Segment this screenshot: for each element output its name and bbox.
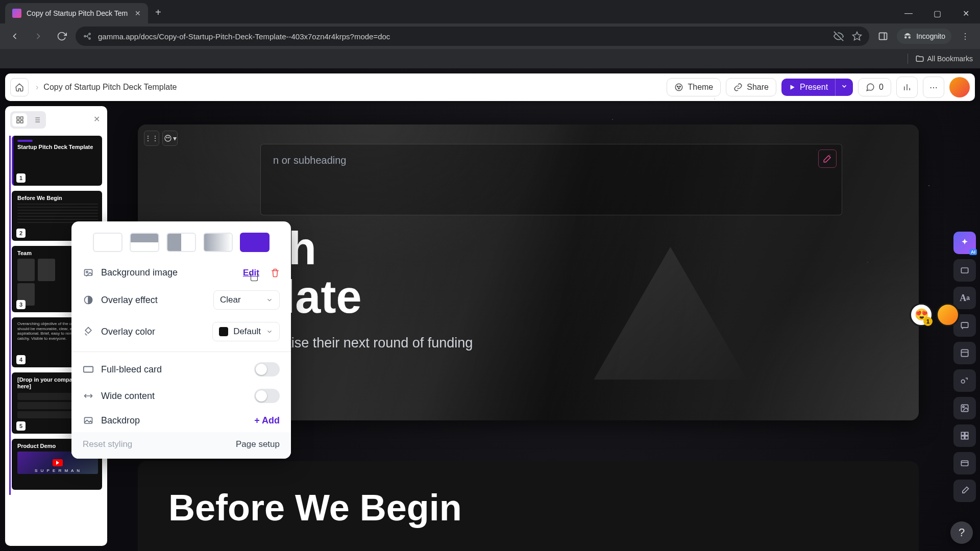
overlay-color-value: Default [233, 327, 261, 337]
reset-styling-button[interactable]: Reset styling [83, 439, 132, 449]
more-menu-button[interactable]: ⋯ [923, 77, 944, 98]
bg-option-fade[interactable] [203, 233, 233, 252]
layout-tool-button[interactable] [953, 342, 976, 364]
card-style-button[interactable]: ▾ [162, 131, 178, 146]
delete-background-icon[interactable] [271, 268, 280, 278]
all-bookmarks-folder[interactable]: All Bookmarks [915, 54, 973, 63]
backdrop-icon [83, 416, 94, 426]
breadcrumb[interactable]: › Copy of Startup Pitch Deck Template [32, 83, 181, 92]
svg-rect-41 [85, 417, 92, 423]
svg-rect-13 [17, 120, 19, 123]
side-panel-icon[interactable] [873, 27, 893, 46]
svg-rect-31 [965, 436, 968, 439]
home-button[interactable] [10, 78, 29, 96]
thumbnail-number: 2 [16, 229, 26, 238]
thumbnail-panel-close-icon[interactable]: ✕ [93, 114, 100, 124]
svg-marker-4 [853, 32, 862, 40]
svg-rect-30 [961, 436, 964, 439]
theme-label: Theme [688, 83, 713, 92]
comments-button[interactable]: 0 [858, 78, 891, 96]
thumbnail-number: 5 [16, 421, 26, 431]
full-bleed-label: Full-bleed card [101, 364, 247, 375]
image-icon [83, 268, 94, 278]
incognito-badge[interactable]: Incognito [897, 29, 951, 44]
slide-thumbnail-1[interactable]: Startup Pitch Deck Template 1 [12, 136, 102, 186]
user-avatar[interactable] [949, 77, 970, 97]
analytics-button[interactable] [896, 77, 918, 98]
add-backdrop-link[interactable]: + Add [254, 415, 280, 426]
presence-reaction[interactable]: 😍1 [910, 303, 933, 327]
svg-point-9 [680, 86, 681, 87]
nav-forward-icon[interactable] [29, 27, 48, 46]
shapes-tool-button[interactable] [953, 369, 976, 392]
svg-rect-28 [961, 432, 964, 435]
ai-tool-button[interactable]: AI [953, 232, 976, 254]
browser-menu-icon[interactable]: ⋮ [955, 27, 975, 46]
thumbnail-grid-tab[interactable] [12, 113, 27, 127]
browser-tab-bar: Copy of Startup Pitch Deck Tem ✕ + — ▢ ✕ [0, 0, 980, 23]
window-close-icon[interactable]: ✕ [951, 3, 980, 23]
background-layout-options [71, 231, 291, 261]
nav-back-icon[interactable] [5, 27, 24, 46]
site-settings-icon[interactable] [83, 32, 92, 41]
card-2-title[interactable]: Before We Begin [168, 487, 888, 529]
contrast-icon [83, 295, 94, 305]
svg-rect-11 [17, 117, 19, 119]
incognito-label: Incognito [916, 32, 945, 40]
eye-off-icon[interactable] [834, 31, 844, 41]
edit-background-link[interactable]: Edit [243, 268, 259, 278]
subheading-input[interactable]: n or subheading [260, 144, 842, 215]
bookmark-star-icon[interactable] [852, 31, 862, 41]
overlay-effect-select[interactable]: Clear [213, 290, 280, 310]
page-setup-button[interactable]: Page setup [236, 439, 280, 449]
right-tool-rail: AI Aa [953, 232, 976, 502]
bg-option-left[interactable] [166, 233, 196, 252]
svg-rect-14 [20, 120, 23, 123]
overlay-color-select[interactable]: Default [212, 322, 280, 341]
wide-icon [83, 391, 94, 401]
full-bleed-icon [83, 365, 94, 373]
card-style-popover: Background image Edit Overlay effect Cle… [71, 221, 291, 459]
presence-user-avatar[interactable] [936, 303, 960, 327]
svg-point-38 [86, 271, 88, 272]
svg-point-35 [166, 137, 167, 138]
window-maximize-icon[interactable]: ▢ [923, 3, 951, 23]
bg-option-top[interactable] [130, 233, 159, 252]
full-bleed-toggle[interactable] [254, 362, 280, 377]
svg-rect-26 [961, 405, 968, 411]
svg-rect-29 [965, 432, 968, 435]
subheading-placeholder: n or subheading [273, 155, 346, 166]
window-minimize-icon[interactable]: — [894, 3, 923, 23]
help-button[interactable]: ? [950, 521, 973, 544]
new-tab-button[interactable]: + [148, 2, 168, 23]
svg-point-27 [963, 406, 964, 408]
presence-avatars: 😍1 [910, 303, 960, 327]
present-dropdown[interactable] [835, 79, 853, 96]
card-drag-handle[interactable]: ⋮⋮ [144, 131, 159, 146]
present-label: Present [800, 83, 828, 92]
card-tool-button[interactable] [953, 259, 976, 282]
ai-rewrite-button[interactable] [818, 149, 837, 168]
thumbnail-list-tab[interactable] [29, 113, 44, 127]
share-button[interactable]: Share [726, 78, 776, 96]
bookmarks-bar: All Bookmarks [0, 49, 980, 68]
card-2[interactable]: Before We Begin [138, 461, 919, 551]
bg-option-full[interactable] [240, 233, 270, 252]
browser-tab[interactable]: Copy of Startup Pitch Deck Tem ✕ [5, 3, 148, 23]
url-bar[interactable]: gamma.app/docs/Copy-of-Startup-Pitch-Dec… [76, 27, 869, 46]
image-tool-button[interactable] [953, 397, 976, 419]
tab-favicon [12, 9, 21, 18]
nav-reload-icon[interactable] [52, 27, 71, 46]
grid-tool-button[interactable] [953, 424, 976, 447]
theme-button[interactable]: Theme [667, 78, 721, 96]
bg-option-none[interactable] [93, 233, 122, 252]
tab-close-icon[interactable]: ✕ [135, 9, 141, 17]
present-button[interactable]: Present [781, 79, 835, 96]
wide-content-label: Wide content [101, 391, 247, 402]
svg-point-2 [89, 38, 90, 39]
svg-rect-23 [961, 349, 968, 356]
wide-content-toggle[interactable] [254, 389, 280, 403]
embed-tool-button[interactable] [953, 452, 976, 474]
forms-tool-button[interactable] [953, 480, 976, 502]
url-text: gamma.app/docs/Copy-of-Startup-Pitch-Dec… [98, 32, 390, 41]
